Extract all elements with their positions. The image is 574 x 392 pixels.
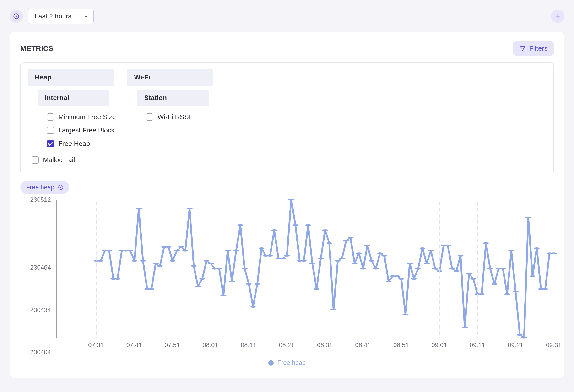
svg-point-31 [216,268,222,270]
svg-point-93 [479,293,485,295]
metric-label: Largest Free Block [58,127,114,134]
svg-point-94 [483,242,489,244]
x-tick: 07:31 [88,341,104,349]
subgroup-label[interactable]: Internal [38,90,109,106]
active-filter-chips: Free heap [20,181,554,194]
svg-point-25 [191,265,197,267]
svg-point-64 [356,252,362,254]
group-label[interactable]: Heap [28,69,114,86]
svg-point-26 [195,285,201,287]
svg-point-69 [377,252,383,254]
card-header: METRICS Filters [20,41,554,56]
y-tick: 230464 [30,263,51,271]
metric-largest-free-block[interactable]: Largest Free Block [45,124,117,137]
time-range-select[interactable]: Last 2 hours [28,9,94,24]
chip-label: Free heap [26,184,55,191]
x-tick: 08:51 [393,341,409,349]
y-tick: 230404 [30,349,51,356]
svg-point-91 [470,278,476,280]
filters-button[interactable]: Filters [513,41,554,56]
svg-point-98 [500,268,506,270]
metric-malloc-fail[interactable]: Malloc Fail [30,153,117,167]
svg-point-21 [174,250,180,252]
svg-point-105 [530,276,535,277]
metric-group-wifi: Wi-Fi Station Wi-Fi RSSI [127,69,213,124]
svg-point-52 [305,224,311,226]
metric-label: Free Heap [58,140,90,148]
checkbox-icon [47,140,54,147]
svg-point-89 [462,327,468,328]
svg-point-53 [309,262,315,264]
group-label[interactable]: Wi-Fi [127,69,213,86]
svg-point-16 [153,262,159,264]
svg-point-78 [415,268,421,270]
clock-icon [13,13,20,19]
checkbox-icon [146,113,153,121]
svg-point-80 [424,262,430,264]
svg-point-73 [394,276,400,277]
chart-legend: Free heap [20,359,554,366]
svg-point-82 [432,268,438,270]
filters-label: Filters [529,45,548,52]
x-axis: 07:3107:4107:5108:0108:1108:2108:3108:41… [56,338,554,348]
svg-point-87 [453,270,459,272]
metric-free-heap[interactable]: Free Heap [45,137,117,150]
svg-point-46 [280,258,286,259]
svg-point-76 [407,262,413,264]
svg-point-62 [348,237,353,239]
svg-point-39 [250,306,256,308]
filter-icon [519,45,526,52]
svg-point-60 [339,258,345,259]
svg-point-71 [386,280,391,282]
x-tick: 09:01 [431,341,447,349]
svg-point-102 [517,334,523,336]
x-tick: 09:31 [546,341,561,349]
svg-point-10 [127,250,133,252]
y-tick: 230512 [30,196,51,203]
metric-min-free-size[interactable]: Minimum Free Size [45,110,117,124]
metric-wifi-rssi[interactable]: Wi-Fi RSSI [144,110,213,124]
svg-point-40 [254,283,260,285]
checkbox-icon [32,156,39,164]
svg-point-33 [225,250,231,252]
svg-point-35 [233,250,239,252]
svg-point-22 [178,246,184,248]
checkbox-icon [47,127,54,134]
svg-point-44 [271,229,277,231]
svg-point-57 [326,242,332,244]
time-icon-button[interactable] [10,10,23,23]
svg-point-5 [106,250,112,252]
svg-point-36 [237,224,243,226]
metric-tree: Heap Internal Minimum Free Size Largest … [20,62,554,175]
svg-point-41 [259,247,265,249]
svg-point-49 [292,224,298,226]
svg-point-96 [491,283,497,285]
x-tick: 07:51 [164,341,180,349]
close-icon[interactable] [58,185,63,190]
add-panel-button[interactable] [551,10,564,23]
svg-point-108 [542,288,548,290]
svg-point-37 [242,268,247,270]
svg-point-24 [187,208,193,209]
chart-series [57,200,554,337]
time-range-caret[interactable] [78,9,93,24]
x-tick: 08:01 [203,341,218,349]
metric-label: Malloc Fail [43,156,75,164]
svg-point-81 [428,250,434,252]
svg-point-34 [229,280,235,282]
subgroup-label[interactable]: Station [137,90,209,106]
svg-point-79 [419,247,425,249]
svg-point-106 [534,247,540,249]
svg-point-77 [411,278,417,280]
plus-icon [554,13,561,19]
svg-point-70 [381,255,387,257]
x-tick: 07:41 [126,341,142,349]
svg-point-43 [267,255,273,257]
card-title: METRICS [20,44,54,53]
svg-point-19 [165,246,171,248]
chevron-down-icon [83,13,89,19]
chart-plot-area[interactable] [56,200,554,338]
svg-point-15 [148,288,154,290]
chip-free-heap[interactable]: Free heap [20,181,69,194]
time-range-value: Last 2 hours [28,12,78,20]
